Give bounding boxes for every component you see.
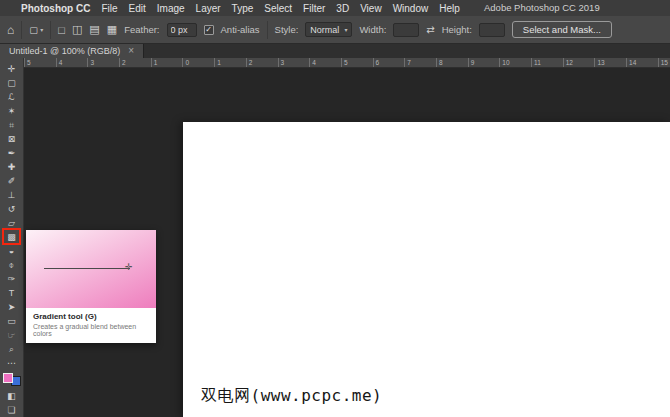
feather-input[interactable] xyxy=(167,23,197,37)
ruler-tick: 1 xyxy=(214,58,246,67)
dodge-tool[interactable]: ⌽ xyxy=(0,258,23,272)
ruler-tick: 11 xyxy=(531,58,563,67)
select-and-mask-button[interactable]: Select and Mask... xyxy=(512,21,612,38)
frame-tool[interactable]: ⊠ xyxy=(0,132,23,146)
type-tool[interactable]: T xyxy=(0,286,23,300)
add-to-selection-icon[interactable]: ◫ xyxy=(72,23,82,36)
menu-item[interactable]: Photoshop CC xyxy=(21,3,90,14)
height-input[interactable] xyxy=(479,23,505,37)
height-label: Height: xyxy=(442,24,472,35)
gradient-tool-tooltip: ✛ Gradient tool (G) Creates a gradual bl… xyxy=(26,230,156,343)
tool-preset-picker[interactable]: ▢ ▾ xyxy=(29,24,43,35)
zoom-tool[interactable]: ⌕ xyxy=(0,342,23,356)
chevron-down-icon: ▾ xyxy=(344,26,347,33)
style-dropdown[interactable]: Normal ▾ xyxy=(305,22,352,37)
document-tab[interactable]: Untitled-1 @ 100% (RGB/8) × xyxy=(0,44,144,58)
rectangular-marquee-tool[interactable]: ▢ xyxy=(0,76,23,90)
intersect-selection-icon[interactable]: ▦ xyxy=(107,23,117,36)
gradient-drag-line xyxy=(44,268,130,269)
rectangle-tool[interactable]: ▭ xyxy=(0,314,23,328)
quick-mask-button[interactable]: ◧ xyxy=(0,389,23,403)
ruler-tick: 0 xyxy=(182,58,214,67)
anti-alias-checkbox[interactable]: ✓ xyxy=(204,25,214,35)
ruler-tick: 9 xyxy=(468,58,500,67)
ruler-tick: 13 xyxy=(594,58,626,67)
ruler-tick: 5 xyxy=(341,58,373,67)
menu-item[interactable]: Type xyxy=(232,3,254,14)
menu-item[interactable]: Select xyxy=(264,3,292,14)
menu-item[interactable]: Edit xyxy=(129,3,146,14)
ruler-tick: 8 xyxy=(436,58,468,67)
brush-tool[interactable]: ✐ xyxy=(0,174,23,188)
tooltip-title: Gradient tool (G) xyxy=(33,312,149,321)
ruler-tick: 1 xyxy=(151,58,183,67)
swap-dimensions-icon[interactable]: ⇄ xyxy=(426,24,434,35)
home-icon[interactable]: ⌂ xyxy=(7,23,14,37)
chevron-down-icon: ▾ xyxy=(40,26,43,33)
gradient-tool-highlight xyxy=(2,228,21,245)
style-value: Normal xyxy=(310,25,339,35)
separator xyxy=(50,21,51,39)
new-selection-icon[interactable]: □ xyxy=(58,24,65,36)
color-swatches[interactable] xyxy=(3,373,21,386)
anti-alias-label: Anti-alias xyxy=(221,24,260,35)
gradient-preview: ✛ xyxy=(26,230,156,308)
spot-healing-brush-tool[interactable]: ✚ xyxy=(0,160,23,174)
eyedropper-tool[interactable]: ✒ xyxy=(0,146,23,160)
ruler-tick: 5 xyxy=(24,58,56,67)
horizontal-ruler[interactable]: 5 4 3 2 1 0 1 2 3 4 5 6 7 8 9 10 11 12 1… xyxy=(24,58,670,68)
width-label: Width: xyxy=(359,24,386,35)
ruler-tick: 2 xyxy=(119,58,151,67)
move-tool[interactable]: ✛ xyxy=(0,62,23,76)
ruler-tick: 3 xyxy=(87,58,119,67)
width-input[interactable] xyxy=(393,23,419,37)
menu-item[interactable]: Window xyxy=(393,3,429,14)
menu-item[interactable]: Image xyxy=(157,3,185,14)
style-label: Style: xyxy=(275,24,299,35)
document-tab-title: Untitled-1 @ 100% (RGB/8) xyxy=(9,46,120,56)
pen-tool[interactable]: ✑ xyxy=(0,272,23,286)
quick-selection-tool[interactable]: ✶ xyxy=(0,104,23,118)
marquee-tool-icon: ▢ xyxy=(29,24,38,35)
menu-item[interactable]: Help xyxy=(439,3,460,14)
crosshair-cursor-icon: ✛ xyxy=(125,262,133,272)
screen-mode-button[interactable]: ❏ xyxy=(0,403,23,417)
subtract-from-selection-icon[interactable]: ▤ xyxy=(89,23,99,36)
close-icon[interactable]: × xyxy=(128,46,134,56)
clone-stamp-tool[interactable]: ⊥ xyxy=(0,188,23,202)
watermark-text: 双电网(www.pcpc.me) xyxy=(201,386,382,407)
menu-item[interactable]: Layer xyxy=(196,3,221,14)
ruler-tick: 12 xyxy=(563,58,595,67)
history-brush-tool[interactable]: ↺ xyxy=(0,202,23,216)
hand-tool[interactable]: ☞ xyxy=(0,328,23,342)
menu-item[interactable]: Filter xyxy=(303,3,325,14)
ruler-tick: 15 xyxy=(658,58,670,67)
window-title: Adobe Photoshop CC 2019 xyxy=(484,0,600,16)
ruler-tick: 4 xyxy=(56,58,88,67)
menu-item[interactable]: View xyxy=(360,3,382,14)
ruler-tick: 14 xyxy=(626,58,658,67)
ruler-tick: 6 xyxy=(373,58,405,67)
ruler-tick: 10 xyxy=(499,58,531,67)
feather-label: Feather: xyxy=(124,24,159,35)
blur-tool[interactable]: ◒ xyxy=(0,244,23,258)
separator xyxy=(21,21,22,39)
options-bar: ⌂ ▢ ▾ □ ◫ ▤ ▦ Feather: ✓ Anti-alias Styl… xyxy=(0,16,670,44)
tooltip-text: Gradient tool (G) Creates a gradual blen… xyxy=(26,308,156,343)
path-selection-tool[interactable]: ➤ xyxy=(0,300,23,314)
document-tab-bar: Untitled-1 @ 100% (RGB/8) × xyxy=(0,44,670,58)
edit-toolbar-button[interactable]: ⋯ xyxy=(0,356,23,370)
ruler-tick: 4 xyxy=(309,58,341,67)
menu-bar: Photoshop CC File Edit Image Layer Type … xyxy=(0,0,670,16)
crop-tool[interactable]: ⌗ xyxy=(0,118,23,132)
menu-item[interactable]: File xyxy=(101,3,117,14)
canvas[interactable]: 双电网(www.pcpc.me) xyxy=(183,122,670,417)
ruler-tick: 2 xyxy=(246,58,278,67)
lasso-tool[interactable]: ℒ xyxy=(0,90,23,104)
separator xyxy=(267,21,268,39)
menu-item[interactable]: 3D xyxy=(336,3,349,14)
tooltip-description: Creates a gradual blend between colors xyxy=(33,323,149,337)
ruler-tick: 3 xyxy=(278,58,310,67)
ruler-tick: 7 xyxy=(404,58,436,67)
foreground-color-swatch[interactable] xyxy=(3,373,13,383)
